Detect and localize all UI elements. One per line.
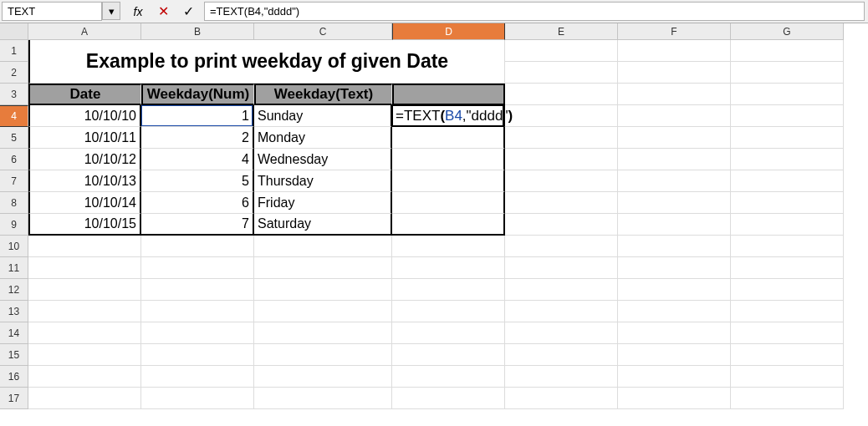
column-header-G[interactable]: G: [731, 23, 844, 40]
cell-B9[interactable]: 7: [141, 214, 254, 236]
cell-G12[interactable]: [731, 279, 844, 301]
cell-G1[interactable]: [731, 40, 844, 62]
cell-D9[interactable]: [392, 214, 505, 236]
cell-D3[interactable]: [392, 84, 505, 105]
column-header-F[interactable]: F: [618, 23, 731, 40]
row-header-6[interactable]: 6: [0, 149, 28, 170]
cell-F4[interactable]: [618, 105, 731, 127]
cell-G14[interactable]: [731, 322, 844, 344]
cell-E6[interactable]: [505, 149, 618, 170]
cell-F7[interactable]: [618, 170, 731, 192]
cell-G6[interactable]: [731, 149, 844, 170]
cell-B14[interactable]: [141, 322, 254, 344]
row-header-12[interactable]: 12: [0, 279, 28, 301]
row-header-10[interactable]: 10: [0, 236, 28, 257]
cell-B17[interactable]: [141, 388, 254, 409]
row-header-3[interactable]: 3: [0, 84, 28, 105]
cell-E1[interactable]: [505, 40, 618, 62]
cell-F9[interactable]: [618, 214, 731, 236]
cell-D17[interactable]: [392, 388, 505, 409]
cell-G4[interactable]: [731, 105, 844, 127]
cell-E4[interactable]: [505, 105, 618, 127]
cell-D10[interactable]: [392, 236, 505, 257]
row-header-16[interactable]: 16: [0, 366, 28, 388]
cell-A6[interactable]: 10/10/12: [28, 149, 141, 170]
cell-E5[interactable]: [505, 127, 618, 149]
cell-E17[interactable]: [505, 388, 618, 409]
cell-A10[interactable]: [28, 236, 141, 257]
cell-D16[interactable]: [392, 366, 505, 388]
cell-C4[interactable]: Sunday: [254, 105, 392, 127]
cell-C15[interactable]: [254, 344, 392, 366]
cell-C16[interactable]: [254, 366, 392, 388]
formula-input[interactable]: =TEXT(B4,"dddd"): [204, 2, 865, 21]
cell-G5[interactable]: [731, 127, 844, 149]
cell-E11[interactable]: [505, 257, 618, 279]
cell-B16[interactable]: [141, 366, 254, 388]
cell-F15[interactable]: [618, 344, 731, 366]
cell-B12[interactable]: [141, 279, 254, 301]
row-header-11[interactable]: 11: [0, 257, 28, 279]
cell-E7[interactable]: [505, 170, 618, 192]
cell-F11[interactable]: [618, 257, 731, 279]
cell-D12[interactable]: [392, 279, 505, 301]
cell-F10[interactable]: [618, 236, 731, 257]
row-header-14[interactable]: 14: [0, 322, 28, 344]
cell-G3[interactable]: [731, 84, 844, 105]
cell-G13[interactable]: [731, 301, 844, 322]
cell-G10[interactable]: [731, 236, 844, 257]
cell-E2[interactable]: [505, 62, 618, 84]
cell-D11[interactable]: [392, 257, 505, 279]
cell-D7[interactable]: [392, 170, 505, 192]
cell-F16[interactable]: [618, 366, 731, 388]
cell-C13[interactable]: [254, 301, 392, 322]
cell-B4[interactable]: 1: [141, 105, 254, 127]
cell-F8[interactable]: [618, 192, 731, 214]
cell-D5[interactable]: [392, 127, 505, 149]
cell-A7[interactable]: 10/10/13: [28, 170, 141, 192]
cell-A4[interactable]: 10/10/10: [28, 105, 141, 127]
cell-B6[interactable]: 4: [141, 149, 254, 170]
cell-C3[interactable]: Weekday(Text): [254, 84, 392, 105]
cell-C17[interactable]: [254, 388, 392, 409]
cell-E10[interactable]: [505, 236, 618, 257]
row-header-5[interactable]: 5: [0, 127, 28, 149]
cell-B11[interactable]: [141, 257, 254, 279]
cell-D14[interactable]: [392, 322, 505, 344]
cell-C7[interactable]: Thursday: [254, 170, 392, 192]
cell-E15[interactable]: [505, 344, 618, 366]
cell-C14[interactable]: [254, 322, 392, 344]
cell-A5[interactable]: 10/10/11: [28, 127, 141, 149]
cell-B8[interactable]: 6: [141, 192, 254, 214]
cell-A8[interactable]: 10/10/14: [28, 192, 141, 214]
cell-G17[interactable]: [731, 388, 844, 409]
cell-B13[interactable]: [141, 301, 254, 322]
cell-D8[interactable]: [392, 192, 505, 214]
cell-G11[interactable]: [731, 257, 844, 279]
cell-F3[interactable]: [618, 84, 731, 105]
column-header-A[interactable]: A: [28, 23, 141, 40]
cell-E9[interactable]: [505, 214, 618, 236]
cell-C10[interactable]: [254, 236, 392, 257]
cell-F17[interactable]: [618, 388, 731, 409]
column-header-C[interactable]: C: [254, 23, 392, 40]
cell-A17[interactable]: [28, 388, 141, 409]
cell-C5[interactable]: Monday: [254, 127, 392, 149]
row-header-4[interactable]: 4: [0, 105, 28, 127]
cell-B5[interactable]: 2: [141, 127, 254, 149]
cell-A14[interactable]: [28, 322, 141, 344]
cell-C12[interactable]: [254, 279, 392, 301]
cancel-button[interactable]: ✕: [151, 0, 176, 23]
cell-A12[interactable]: [28, 279, 141, 301]
cell-A13[interactable]: [28, 301, 141, 322]
cell-B10[interactable]: [141, 236, 254, 257]
cell-A15[interactable]: [28, 344, 141, 366]
cell-E8[interactable]: [505, 192, 618, 214]
row-header-2[interactable]: 2: [0, 62, 28, 84]
cell-title[interactable]: Example to print weekday of given Date: [28, 40, 505, 84]
name-box-dropdown[interactable]: ▾: [102, 2, 120, 20]
cell-C8[interactable]: Friday: [254, 192, 392, 214]
accept-button[interactable]: ✓: [176, 0, 201, 23]
row-header-8[interactable]: 8: [0, 192, 28, 214]
cell-E16[interactable]: [505, 366, 618, 388]
